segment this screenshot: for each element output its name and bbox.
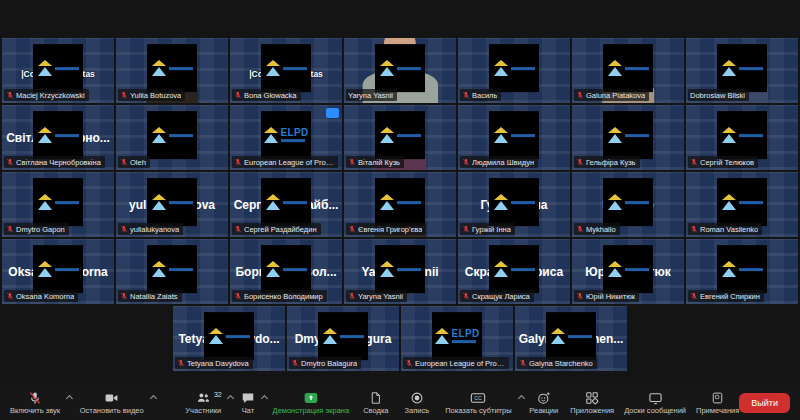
muted-mic-icon (120, 292, 128, 300)
participant-tile[interactable]: Mykhailo Mykhailo (572, 172, 684, 237)
chevron-up-icon[interactable] (66, 395, 73, 402)
participant-tile[interactable]: Yaryna Yasnii Yaryna Yasnii (344, 239, 456, 304)
leave-button[interactable]: Выйти (739, 393, 790, 413)
participant-tile[interactable]: Скращук Лариса Скращук Лариса (458, 239, 570, 304)
participant-name-label: Tetyana Davydova (175, 357, 253, 369)
toolbar-chat-button[interactable]: Чат (241, 388, 255, 417)
participant-name-label: Юрій Никитюк (574, 290, 639, 302)
muted-mic-icon (6, 158, 14, 166)
participant-tile[interactable]: Oleh Oleh (116, 105, 228, 170)
muted-mic-icon (234, 158, 242, 166)
toolbar-notes-button[interactable]: Примечания (696, 388, 739, 417)
elpd-logo-subline (625, 268, 649, 271)
participant-tile[interactable]: Galyna Starchen... Galyna Starchenko (515, 306, 627, 371)
participant-tile[interactable]: Юрій Никитюк Юрій Никитюк (572, 239, 684, 304)
participant-tile[interactable]: N Nataliia Zaiats (116, 239, 228, 304)
participant-name-text: yulialukyanova (130, 225, 179, 234)
gallery-row: THE MAGIC OF STUDYING |Collegium Civitas… (0, 38, 800, 103)
participant-tile[interactable]: ELPD European League of Profession... (230, 105, 342, 170)
participant-tile[interactable]: Гуржій Інна Гуржій Інна (458, 172, 570, 237)
participant-tile[interactable]: E Евгений Спиркин (686, 239, 798, 304)
participant-tile[interactable]: Євгенія Григор'єва (344, 172, 456, 237)
muted-mic-icon (6, 91, 14, 99)
toolbar-record-button[interactable]: Запись (405, 388, 430, 417)
toolbar-video-button[interactable]: Остановить видео (80, 388, 144, 417)
chevron-up-icon[interactable] (261, 395, 268, 402)
toolbar-reactions-button[interactable]: Реакции (529, 388, 558, 417)
elpd-logo (147, 44, 197, 92)
participant-name-label: European League of Profession... (403, 357, 509, 369)
toolbar-summary-button[interactable]: Сводка (363, 388, 388, 417)
whiteboard-icon (648, 390, 663, 405)
elpd-logo (318, 312, 368, 360)
participant-name-label: Євгенія Григор'єва (346, 223, 426, 235)
record-icon (410, 390, 424, 405)
participant-tile[interactable]: Василь (458, 38, 570, 103)
participant-tile[interactable]: Dmytro Balagura Dmytro Balagura (287, 306, 399, 371)
participant-tile[interactable]: Сергій Телюков (686, 105, 798, 170)
elpd-logo (603, 245, 653, 293)
muted-mic-icon (462, 292, 470, 300)
participant-tile[interactable]: Roman Vasilenko (686, 172, 798, 237)
elpd-logo (489, 111, 539, 159)
participant-tile[interactable]: Гельфіра Кузь (572, 105, 684, 170)
toolbar-item-label: Запись (405, 406, 430, 415)
toolbar-share-button[interactable]: Демонстрация экрана (273, 388, 350, 417)
participant-tile[interactable]: Yuliia Botuzova (116, 38, 228, 103)
toolbar-participants-button[interactable]: 32Участники (185, 388, 221, 417)
muted-mic-icon (234, 292, 242, 300)
participant-tile[interactable]: Л Людмила Швидун (458, 105, 570, 170)
participant-tile[interactable]: ELPD European League of Profession... (401, 306, 513, 371)
elpd-chevron-icon (266, 60, 280, 76)
elpd-chevron-icon (38, 194, 52, 210)
participant-name-text: Oleh (130, 158, 146, 167)
participant-name-label: Roman Vasilenko (688, 223, 762, 235)
participant-tile[interactable]: Dobroslaw Bilski (686, 38, 798, 103)
toolbar-mute-button[interactable]: Включить звук (10, 388, 60, 417)
muted-mic-icon (6, 292, 14, 300)
elpd-logo (147, 178, 197, 226)
participant-name-text: Сергей Раздайбедин (244, 225, 317, 234)
chevron-up-icon[interactable] (518, 395, 525, 402)
elpd-chevron-icon (266, 261, 280, 277)
participant-tile[interactable]: yulialukyanova yulialukyanova (116, 172, 228, 237)
elpd-chevron-icon (380, 261, 394, 277)
document-icon (369, 390, 382, 405)
participant-name-text: Гуржій Інна (472, 225, 511, 234)
elpd-logo (261, 44, 311, 92)
elpd-logo-subline (226, 335, 250, 338)
participant-name-label: Евгений Спиркин (688, 290, 764, 302)
toolbar-whiteboards-button[interactable]: Доски сообщений (624, 388, 686, 417)
participant-tile[interactable]: Oksana Komorna Oksana Komorna (2, 239, 114, 304)
participant-name-label: European League of Profession... (232, 156, 338, 168)
muted-mic-icon (462, 91, 470, 99)
participant-tile[interactable]: Сергей Раздайб... Сергей Раздайбедин (230, 172, 342, 237)
elpd-logo: ELPD (261, 111, 311, 159)
elpd-logo-subline (625, 134, 649, 137)
chevron-up-icon[interactable] (150, 395, 157, 402)
participant-tile[interactable]: Борисенко Вол... Борисенко Володимир (230, 239, 342, 304)
participant-name-text: Людмила Швидун (472, 158, 534, 167)
elpd-logo (489, 245, 539, 293)
muted-mic-icon (576, 292, 584, 300)
toolbar-apps-button[interactable]: Приложения (570, 388, 614, 417)
elpd-logo (375, 111, 425, 159)
participant-tile[interactable]: THE MAGIC OF STUDYING |Collegium Civitas… (230, 38, 342, 103)
participant-tile[interactable]: Galuna Piatakova (572, 38, 684, 103)
elpd-logo-subline (511, 268, 535, 271)
participant-name-text: Сергій Телюков (700, 158, 754, 167)
elpd-logo (546, 312, 596, 360)
toolbar-captions-button[interactable]: CCПоказать субтитры (445, 388, 511, 417)
participant-tile[interactable]: D Dmytro Gapon (2, 172, 114, 237)
chevron-up-icon[interactable] (227, 395, 234, 402)
elpd-chevron-icon (264, 127, 278, 143)
participant-tile[interactable]: Tetyana Davydo... Tetyana Davydova (173, 306, 285, 371)
muted-mic-icon (519, 359, 527, 367)
elpd-chevron-icon (323, 328, 337, 344)
participant-tile[interactable]: Віталій Кузь (344, 105, 456, 170)
participant-tile[interactable]: THE MAGIC OF STUDYING |Collegium Civitas… (2, 38, 114, 103)
elpd-chevron-icon (494, 60, 508, 76)
participant-name-text: Bona Głowacka (244, 91, 297, 100)
participant-tile[interactable]: Yaryna Yasnii (344, 38, 456, 103)
participant-tile[interactable]: Світлана Черно... Світлана Чернобровкіна (2, 105, 114, 170)
